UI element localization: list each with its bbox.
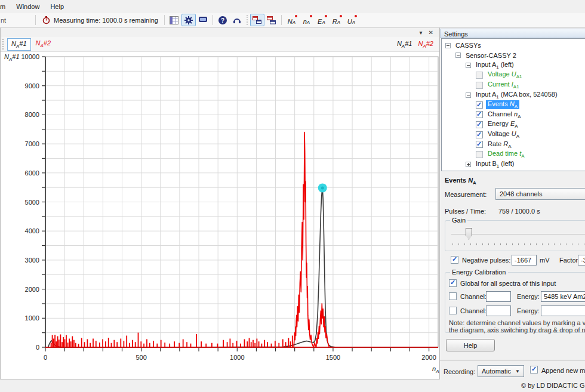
tree-checkbox[interactable] [476, 141, 483, 148]
energy-calibration-groupbox: Energy Calibration Global for all spectr… [445, 272, 585, 333]
collapse-icon[interactable] [455, 53, 461, 58]
collapse-icon[interactable] [466, 63, 471, 68]
help-icon: ? [218, 16, 227, 25]
tree-item-label: Current IA1 [486, 81, 521, 89]
tree-item-rateR[interactable]: Rate RA [442, 140, 585, 150]
toolbar: nt Measuring time: 1000.0 s remaining [0, 13, 585, 27]
y-axis-label[interactable]: NA#1 [4, 53, 20, 62]
negative-pulses-input[interactable]: -1667 [512, 255, 537, 266]
tree-item-label: Events NA [486, 100, 519, 109]
tree-item-channeln[interactable]: Channel nA [442, 110, 585, 120]
y-tick-label: 5000 [25, 199, 39, 206]
channel1-input[interactable] [486, 291, 511, 302]
panel-close-icon[interactable]: ✕ [429, 30, 433, 36]
y-tick-label: 3000 [25, 257, 39, 264]
settings-button[interactable] [181, 14, 196, 26]
channel2-checkbox[interactable] [449, 307, 457, 314]
tree-item-cassys[interactable]: CASSYs [442, 41, 585, 51]
x-tick-label: 0 [44, 354, 47, 361]
tree-item-sensor-cassy-2[interactable]: Sensor-CASSY 2 [442, 51, 585, 61]
diagram-tab-2[interactable]: NA#2 [32, 38, 55, 51]
tree-checkbox[interactable] [476, 111, 483, 118]
expand-icon[interactable] [466, 162, 471, 167]
channel1-checkbox[interactable] [449, 292, 457, 300]
spectrum-plot-area[interactable]: 0100020003000400050006000700080009000100… [1, 52, 439, 379]
channel2-input[interactable] [486, 305, 511, 316]
x-tick-label: 1500 [326, 354, 340, 361]
y-tick-label: 6000 [25, 169, 39, 177]
y-tick-label: 2000 [25, 286, 39, 293]
energy2-input[interactable] [541, 305, 585, 316]
channel1-label: Channel: [460, 293, 487, 300]
collapse-icon[interactable] [445, 43, 451, 48]
tree-item-input-a[interactable]: Input A1 (left) [442, 60, 585, 70]
recording-dropdown[interactable]: Automatic ▼ [478, 365, 524, 377]
table-display-button[interactable] [167, 14, 181, 26]
spectrum-chart[interactable]: 0100020003000400050006000700080009000100… [1, 52, 439, 378]
gain-slider-ticks [452, 243, 585, 246]
menu-item-window[interactable]: Window [11, 1, 45, 12]
tree-checkbox[interactable] [476, 131, 483, 138]
tree-item-energyE[interactable]: Energy EA [442, 120, 585, 130]
panel-collapse-icon[interactable]: ▾ [420, 30, 423, 36]
gain-slider-thumb[interactable] [466, 228, 472, 240]
tree-checkbox[interactable] [476, 82, 483, 89]
x-tick-label: 500 [136, 354, 146, 361]
help-button[interactable]: Help [446, 339, 495, 351]
energy2-label: Energy: [517, 307, 540, 314]
tree-item-label: Sensor-CASSY 2 [464, 52, 518, 59]
cascade-windows-button[interactable] [250, 14, 264, 26]
negative-pulses-checkbox[interactable] [451, 256, 458, 264]
menu-item-help[interactable]: Help [45, 1, 69, 12]
global-calibration-checkbox[interactable] [449, 279, 457, 287]
active-dot [295, 15, 297, 17]
quantity-button-nA[interactable]: nA [299, 14, 314, 26]
audio-support-button[interactable] [230, 14, 244, 26]
collapse-icon[interactable] [466, 92, 471, 98]
display-settings-button[interactable] [196, 14, 210, 26]
tree-item-label: Channel nA [486, 110, 523, 119]
append-checkbox[interactable] [530, 366, 538, 374]
tree-checkbox[interactable] [476, 151, 483, 158]
active-dot [310, 15, 312, 17]
tree-checkbox[interactable] [476, 101, 483, 109]
calibration-note-line1: Note: determine channel values by markin… [449, 319, 585, 326]
tree-item-input-a[interactable]: Input A1 (MCA box, 524058) [442, 90, 585, 100]
measurement-dropdown[interactable]: 2048 channels [495, 188, 585, 200]
factor-input[interactable]: -3 [578, 255, 585, 266]
tree-item-currentI[interactable]: Current IA1 [442, 80, 585, 90]
toolbar-clipped-text: nt [1, 17, 7, 24]
tree-item-input-b[interactable]: Input B1 (left) [442, 159, 585, 169]
quantity-button-UA[interactable]: UA [344, 14, 359, 26]
tree-item-dead-timet[interactable]: Dead time tA [442, 150, 585, 160]
quantity-button-NA[interactable]: NA [284, 14, 299, 26]
energy1-input[interactable]: 5485 keV Am24 [541, 291, 585, 302]
arrange-windows-button[interactable] [264, 14, 279, 26]
tree-item-label: CASSYs [454, 42, 483, 49]
tree-item-eventsN[interactable]: Events NA [442, 100, 585, 110]
quantity-button-EA[interactable]: EA [314, 14, 329, 26]
y-tick-label: 1000 [25, 314, 39, 322]
measuring-time-status: Measuring time: 1000.0 s remaining [38, 16, 162, 24]
quantity-button-RA[interactable]: RA [329, 14, 344, 26]
x-axis-label[interactable]: nA [432, 365, 439, 374]
energy1-label: Energy: [517, 293, 540, 300]
timer-icon [42, 16, 51, 24]
menu-item-am[interactable]: am [0, 1, 11, 12]
tree-item-label: Input B1 (left) [474, 160, 516, 169]
chevron-down-icon: ▼ [515, 369, 520, 374]
tree-item-voltageU[interactable]: Voltage UA1 [442, 70, 585, 81]
tree-item-voltageU[interactable]: Voltage UA [442, 129, 585, 140]
legend-item-1: NA#1 [397, 40, 412, 49]
tree-item-label: Dead time tA [486, 150, 526, 159]
y-tick-label: 10000 [21, 53, 39, 60]
tree-item-label: Input A1 (MCA box, 524058) [474, 91, 559, 100]
tree-checkbox[interactable] [476, 72, 483, 79]
grid-icon [170, 16, 178, 24]
y-tick-label: 0 [36, 344, 39, 351]
diagram-tab-1[interactable]: NA#1 [7, 38, 31, 51]
tree-checkbox[interactable] [476, 121, 483, 128]
drag-handle[interactable] [2, 39, 5, 50]
pulses-time-value: 759 / 1000.0 s [498, 208, 540, 215]
help-button-toolbar[interactable]: ? [215, 14, 230, 26]
